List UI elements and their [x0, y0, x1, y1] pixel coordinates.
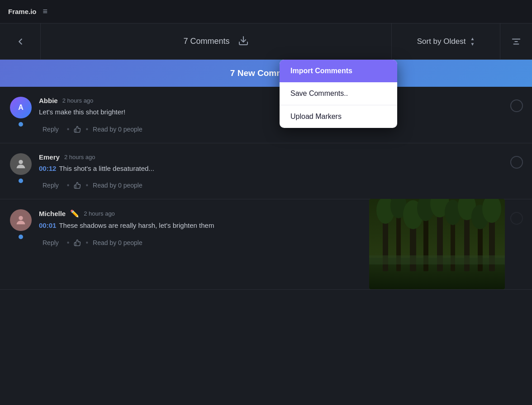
read-by-label: Read by 0 people — [93, 182, 142, 189]
download-icon[interactable] — [238, 35, 249, 48]
separator-dot: • — [67, 181, 70, 189]
comment-time: 2 hours ago — [64, 154, 95, 160]
avatar — [10, 153, 32, 175]
reply-button[interactable]: Reply — [39, 124, 62, 135]
comments-list: A Abbie 2 hours ago Let's make this shot… — [0, 87, 532, 290]
reply-button[interactable]: Reply — [39, 180, 62, 191]
like-button[interactable] — [74, 182, 81, 189]
comment-text: 00:12This shot's a little desaturated... — [39, 164, 523, 174]
comment-header: Emery 2 hours ago — [39, 153, 523, 161]
avatar-col — [9, 153, 33, 191]
comment-actions: Reply • • Read by 0 people — [39, 180, 523, 191]
edit-icon: ✏️ — [70, 209, 79, 218]
unread-dot — [19, 122, 23, 127]
dropdown-menu: Import Comments Save Comments.. Upload M… — [280, 60, 397, 128]
comment-author: Michelle — [39, 210, 66, 217]
upload-markers-item[interactable]: Upload Markers — [280, 105, 397, 128]
avatar-col: A — [9, 97, 33, 135]
import-comments-item[interactable]: Import Comments — [280, 60, 397, 82]
separator-dot-2: • — [86, 239, 88, 247]
comment-item: Emery 2 hours ago 00:12This shot's a lit… — [0, 143, 532, 200]
comment-time: 2 hours ago — [84, 210, 115, 217]
separator-dot: • — [67, 125, 70, 133]
avatar: A — [10, 97, 32, 118]
separator-dot-2: • — [86, 125, 88, 133]
preview-image — [369, 199, 505, 289]
comment-body: Emery 2 hours ago 00:12This shot's a lit… — [39, 153, 523, 191]
read-by-label: Read by 0 people — [93, 126, 142, 133]
comment-timestamp[interactable]: 00:01 — [39, 221, 56, 229]
hamburger-icon[interactable]: ≡ — [43, 7, 48, 16]
like-button[interactable] — [74, 239, 81, 246]
comment-item: A Abbie 2 hours ago Let's make this shot… — [0, 87, 532, 143]
app-title: Frame.io — [8, 8, 37, 15]
avatar — [10, 209, 32, 231]
comment-checkbox[interactable] — [510, 212, 523, 225]
comment-author: Emery — [39, 153, 60, 161]
comment-time: 2 hours ago — [62, 97, 94, 104]
sort-arrows-icon: ▲ ▼ — [470, 37, 475, 47]
separator-dot: • — [67, 239, 70, 247]
avatar-col — [9, 209, 33, 281]
svg-point-4 — [19, 160, 23, 164]
comment-timestamp[interactable]: 00:12 — [39, 165, 56, 172]
comment-author: Abbie — [39, 97, 58, 104]
new-comments-banner[interactable]: 7 New Comments — [0, 60, 532, 87]
separator-dot-2: • — [86, 181, 88, 189]
unread-dot — [19, 235, 23, 239]
filter-button[interactable] — [500, 24, 532, 59]
top-bar: Frame.io ≡ — [0, 0, 532, 24]
toolbar: 7 Comments Sort by Oldest ▲ ▼ — [0, 24, 532, 60]
sort-label: Sort by Oldest — [417, 37, 466, 46]
back-button[interactable] — [0, 24, 41, 59]
comment-checkbox[interactable] — [510, 99, 523, 112]
like-button[interactable] — [74, 126, 81, 133]
comment-item: Michelle ✏️ 2 hours ago 00:01These shado… — [0, 199, 532, 290]
sort-button[interactable]: Sort by Oldest ▲ ▼ — [392, 24, 500, 59]
comments-count-label: 7 Comments — [183, 37, 229, 46]
read-by-label: Read by 0 people — [93, 239, 142, 246]
save-comments-item[interactable]: Save Comments.. — [280, 82, 397, 105]
comments-count-section: 7 Comments — [41, 24, 392, 59]
svg-rect-26 — [369, 255, 505, 264]
reply-button[interactable]: Reply — [39, 237, 62, 248]
svg-point-5 — [19, 216, 23, 220]
unread-dot — [19, 179, 23, 183]
comment-checkbox[interactable] — [510, 156, 523, 169]
